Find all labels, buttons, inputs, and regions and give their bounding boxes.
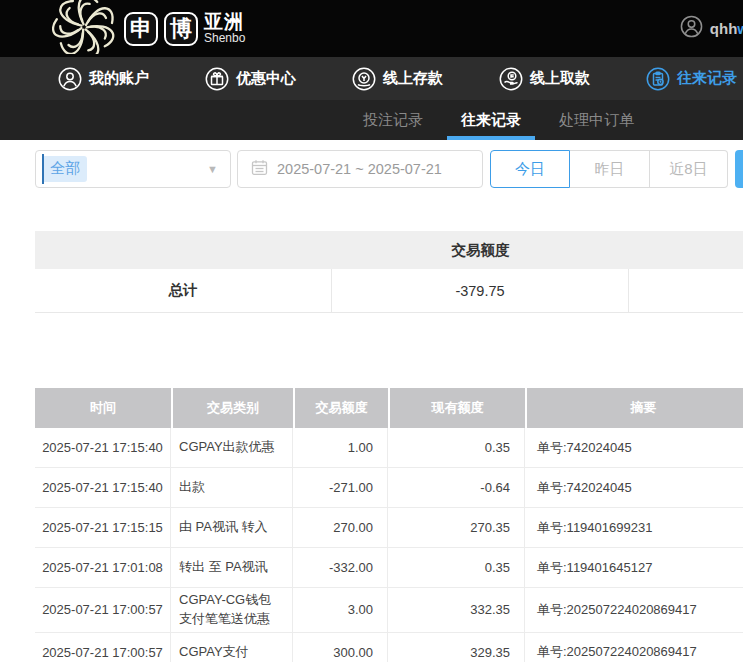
- tab-transaction-records[interactable]: 往来记录: [447, 100, 535, 140]
- table-row: 2025-07-21 17:00:57 CGPAY-CG钱包支付笔笔送优惠 3.…: [35, 588, 743, 633]
- nav-item-promotions[interactable]: 优惠中心: [205, 67, 296, 91]
- summary-header-row: 交易额度: [35, 231, 743, 269]
- nav-item-label: 线上取款: [530, 69, 590, 88]
- user-circle-icon: [58, 67, 82, 91]
- select-value-highlighted: 全部: [42, 156, 87, 182]
- cell-balance: 329.35: [388, 633, 525, 662]
- cell-memo: 单号:202507224020869417: [525, 588, 743, 632]
- nav-item-my-account[interactable]: 我的账户: [58, 67, 149, 91]
- records-tab-bar: 投注记录 往来记录 处理中订单: [0, 100, 743, 140]
- table-row: 2025-07-21 17:00:57 CGPAY支付 300.00 329.3…: [35, 633, 743, 662]
- summary-empty-cell: [629, 269, 743, 312]
- cell-time: 2025-07-21 17:15:40: [35, 468, 171, 507]
- cell-memo: 单号:202507224020869417: [525, 633, 743, 662]
- table-row: 2025-07-21 17:15:15 由 PA视讯 转入 270.00 270…: [35, 508, 743, 548]
- cell-time: 2025-07-21 17:00:57: [35, 633, 171, 662]
- cell-amount: 3.00: [293, 588, 388, 632]
- cell-type: 出款: [171, 468, 293, 507]
- col-header-type: 交易类别: [171, 388, 293, 428]
- col-header-amount: 交易额度: [293, 388, 388, 428]
- nav-item-label: 往来记录: [677, 69, 737, 88]
- cell-balance: 270.35: [388, 508, 525, 547]
- nav-item-withdraw[interactable]: 线上取款: [499, 67, 590, 91]
- cell-type: CGPAY-CG钱包支付笔笔送优惠: [171, 588, 293, 632]
- cell-time: 2025-07-21 17:15:40: [35, 428, 171, 467]
- brand-logo[interactable]: 申 博 亚洲 Shenbo: [52, 0, 245, 58]
- deposit-coin-icon: [352, 67, 376, 91]
- logo-region-text: 亚洲 Shenbo: [204, 12, 245, 45]
- summary-total-label: 总计: [35, 269, 332, 312]
- cell-type: CGPAY出款优惠: [171, 428, 293, 467]
- today-button[interactable]: 今日: [490, 150, 570, 188]
- records-header-row: 时间 交易类别 交易额度 现有额度 摘要: [35, 388, 743, 428]
- logo-char-box-1: 申: [124, 12, 158, 46]
- logo-name-en: Shenbo: [204, 32, 245, 45]
- cell-time: 2025-07-21 17:00:57: [35, 588, 171, 632]
- last-8-days-button[interactable]: 近8日: [650, 150, 728, 188]
- main-navigation: 我的账户 优惠中心: [0, 57, 743, 100]
- cell-amount: 1.00: [293, 428, 388, 467]
- nav-item-label: 我的账户: [89, 69, 149, 88]
- cell-memo: 单号:119401645127: [525, 548, 743, 587]
- cell-memo: 单号:119401699231: [525, 508, 743, 547]
- col-header-time: 时间: [35, 388, 171, 428]
- cell-balance: 332.35: [388, 588, 525, 632]
- search-button[interactable]: [735, 150, 743, 188]
- text-cursor: [42, 154, 44, 184]
- user-avatar-icon: [680, 15, 703, 42]
- date-range-input[interactable]: 2025-07-21 ~ 2025-07-21: [237, 150, 483, 188]
- cell-balance: 0.35: [388, 548, 525, 587]
- tab-processing-orders[interactable]: 处理中订单: [545, 100, 648, 140]
- cell-amount: 270.00: [293, 508, 388, 547]
- cell-type: CGPAY支付: [171, 633, 293, 662]
- col-header-memo: 摘要: [525, 388, 743, 428]
- yesterday-button[interactable]: 昨日: [570, 150, 650, 188]
- cell-memo: 单号:742024045: [525, 468, 743, 507]
- cell-balance: 0.35: [388, 428, 525, 467]
- nav-item-deposit[interactable]: 线上存款: [352, 67, 443, 91]
- summary-amount-header: 交易额度: [332, 241, 629, 260]
- chevron-down-icon: ▼: [207, 163, 218, 175]
- flower-logo-icon: [52, 0, 116, 58]
- records-table: 时间 交易类别 交易额度 现有额度 摘要 2025-07-21 17:15:40…: [35, 388, 743, 662]
- username: qhhw: [710, 20, 743, 37]
- table-row: 2025-07-21 17:15:40 出款 -271.00 -0.64 单号:…: [35, 468, 743, 508]
- nav-item-transaction-records[interactable]: 往来记录: [646, 67, 737, 91]
- page: 申 博 亚洲 Shenbo qhhw: [0, 0, 743, 662]
- summary-table: 交易额度 总计 -379.75: [35, 231, 743, 313]
- records-clipboard-icon: [646, 67, 670, 91]
- gift-icon: [205, 67, 229, 91]
- cell-type: 转出 至 PA视讯: [171, 548, 293, 587]
- table-row: 2025-07-21 17:15:40 CGPAY出款优惠 1.00 0.35 …: [35, 428, 743, 468]
- cell-amount: 300.00: [293, 633, 388, 662]
- summary-total-row: 总计 -379.75: [35, 269, 743, 313]
- cell-time: 2025-07-21 17:01:08: [35, 548, 171, 587]
- logo-char-box-2: 博: [164, 12, 198, 46]
- cell-balance: -0.64: [388, 468, 525, 507]
- nav-item-label: 线上存款: [383, 69, 443, 88]
- col-header-balance: 现有额度: [388, 388, 525, 428]
- tab-betting-records[interactable]: 投注记录: [349, 100, 437, 140]
- nav-item-label: 优惠中心: [236, 69, 296, 88]
- transaction-type-select[interactable]: 全部 ▼: [35, 150, 231, 188]
- withdraw-hand-icon: [499, 67, 523, 91]
- cell-time: 2025-07-21 17:15:15: [35, 508, 171, 547]
- cell-memo: 单号:742024045: [525, 428, 743, 467]
- user-account-chip[interactable]: qhhw: [680, 0, 743, 57]
- calendar-icon: [251, 159, 268, 180]
- cell-type: 由 PA视讯 转入: [171, 508, 293, 547]
- cell-amount: -332.00: [293, 548, 388, 587]
- top-bar: 申 博 亚洲 Shenbo qhhw: [0, 0, 743, 57]
- date-range-value: 2025-07-21 ~ 2025-07-21: [277, 161, 442, 177]
- quick-date-button-group: 今日 昨日 近8日: [490, 150, 728, 188]
- table-row: 2025-07-21 17:01:08 转出 至 PA视讯 -332.00 0.…: [35, 548, 743, 588]
- cell-amount: -271.00: [293, 468, 388, 507]
- logo-region-zh: 亚洲: [204, 12, 245, 32]
- summary-total-value: -379.75: [332, 269, 629, 312]
